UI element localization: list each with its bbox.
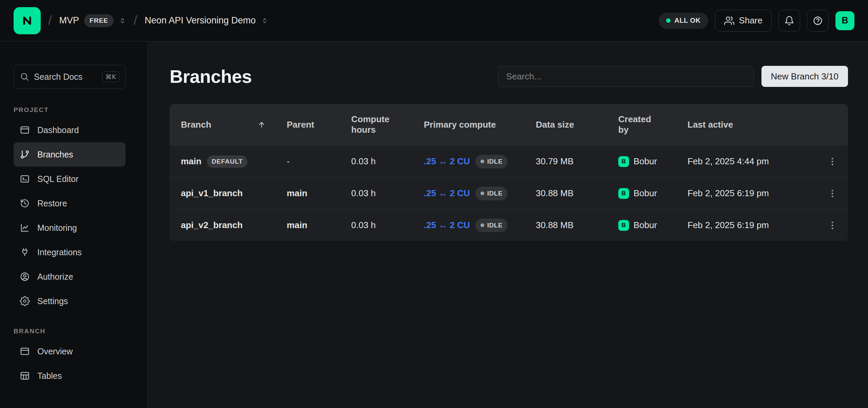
plan-badge: FREE bbox=[84, 14, 114, 27]
share-users-icon bbox=[724, 16, 734, 26]
data-size-cell: 30.88 MB bbox=[536, 188, 618, 199]
column-header-last-active: Last active bbox=[687, 119, 819, 130]
status-pill[interactable]: ALL OK bbox=[659, 13, 708, 29]
sidebar-item-restore[interactable]: Restore bbox=[14, 191, 126, 216]
row-menu-button[interactable] bbox=[825, 154, 840, 169]
sidebar-item-monitoring[interactable]: Monitoring bbox=[14, 216, 126, 240]
compute-hours-cell: 0.03 h bbox=[351, 220, 424, 230]
sidebar: Search Docs ⌘K PROJECT Dashboard Branche… bbox=[0, 41, 148, 408]
sidebar-item-branches[interactable]: Branches bbox=[14, 142, 126, 167]
branch-cell: api_v1_branch bbox=[181, 188, 287, 199]
idle-badge: IDLE bbox=[475, 187, 508, 200]
main-content: Branches New Branch 3/10 Branch Parent bbox=[148, 41, 868, 408]
search-docs-button[interactable]: Search Docs ⌘K bbox=[14, 65, 126, 89]
idle-label: IDLE bbox=[487, 190, 503, 197]
row-menu-button[interactable] bbox=[825, 186, 840, 201]
branches-table: Branch Parent Compute hours Primary comp… bbox=[170, 104, 848, 241]
sidebar-item-label: Authorize bbox=[37, 272, 73, 282]
search-docs-label: Search Docs bbox=[34, 72, 82, 82]
authorize-icon bbox=[20, 272, 30, 282]
help-button[interactable] bbox=[807, 10, 829, 32]
settings-icon bbox=[20, 296, 30, 306]
sidebar-item-overview[interactable]: Overview bbox=[14, 339, 126, 364]
parent-cell: - bbox=[287, 156, 351, 167]
top-bar-actions: ALL OK Share B bbox=[659, 10, 854, 32]
section-label-project: PROJECT bbox=[14, 106, 147, 114]
row-menu-button[interactable] bbox=[825, 218, 840, 233]
org-name: MVP bbox=[59, 15, 79, 26]
project-selector-chevrons-icon[interactable] bbox=[261, 17, 268, 24]
default-badge: DEFAULT bbox=[207, 155, 248, 168]
idle-label: IDLE bbox=[487, 222, 503, 229]
created-by-cell: B Bobur bbox=[618, 156, 687, 167]
data-size-cell: 30.88 MB bbox=[536, 220, 618, 230]
sql-editor-icon bbox=[20, 174, 30, 184]
bell-icon bbox=[784, 16, 794, 26]
creator-name: Bobur bbox=[634, 188, 657, 199]
parent-cell: main bbox=[287, 188, 351, 199]
creator-avatar: B bbox=[618, 220, 629, 231]
page-actions: New Branch 3/10 bbox=[498, 66, 848, 87]
help-icon bbox=[813, 16, 823, 26]
sidebar-item-integrations[interactable]: Integrations bbox=[14, 240, 126, 264]
sidebar-item-settings[interactable]: Settings bbox=[14, 289, 126, 313]
primary-compute-cell: .25 ↔ 2 CU IDLE bbox=[424, 187, 536, 200]
row-actions-cell bbox=[819, 218, 840, 233]
sidebar-item-label: Dashboard bbox=[37, 125, 79, 135]
idle-dot bbox=[480, 160, 484, 163]
idle-badge: IDLE bbox=[475, 155, 508, 168]
project-nav: Dashboard Branches SQL Editor bbox=[14, 118, 147, 313]
status-label: ALL OK bbox=[675, 17, 701, 24]
creator-avatar: B bbox=[618, 188, 629, 199]
kebab-menu-icon bbox=[827, 156, 837, 167]
branch-name[interactable]: main bbox=[181, 156, 202, 167]
breadcrumb-org[interactable]: MVP FREE bbox=[59, 14, 126, 27]
app-root: / MVP FREE / Neon API Versioning Demo AL… bbox=[0, 0, 868, 408]
table-row-api-v2[interactable]: api_v2_branch main 0.03 h .25 ↔ 2 CU IDL… bbox=[170, 209, 848, 241]
sidebar-item-label: Overview bbox=[37, 347, 73, 356]
parent-cell: main bbox=[287, 220, 351, 230]
section-label-branch: BRANCH bbox=[14, 328, 147, 335]
branch-name[interactable]: api_v2_branch bbox=[181, 220, 243, 230]
table-row-main[interactable]: main DEFAULT - 0.03 h .25 ↔ 2 CU IDLE 30… bbox=[170, 145, 848, 177]
primary-compute-link[interactable]: .25 ↔ 2 CU bbox=[424, 220, 470, 230]
sidebar-item-tables[interactable]: Tables bbox=[14, 364, 126, 388]
sidebar-item-sql-editor[interactable]: SQL Editor bbox=[14, 167, 126, 191]
dashboard-icon bbox=[20, 125, 30, 135]
row-actions-cell bbox=[819, 186, 840, 201]
shell: Search Docs ⌘K PROJECT Dashboard Branche… bbox=[0, 41, 868, 408]
sidebar-item-label: Branches bbox=[37, 150, 73, 160]
table-header-row: Branch Parent Compute hours Primary comp… bbox=[170, 104, 848, 145]
notifications-button[interactable] bbox=[778, 10, 800, 32]
created-by-cell: B Bobur bbox=[618, 220, 687, 231]
branch-search-input[interactable] bbox=[498, 66, 754, 87]
branch-name[interactable]: api_v1_branch bbox=[181, 188, 243, 199]
share-button[interactable]: Share bbox=[715, 10, 772, 32]
idle-dot bbox=[480, 191, 484, 195]
sidebar-item-dashboard[interactable]: Dashboard bbox=[14, 118, 126, 142]
row-actions-cell bbox=[819, 154, 840, 169]
sidebar-item-label: Settings bbox=[37, 296, 68, 306]
new-branch-button[interactable]: New Branch 3/10 bbox=[761, 66, 848, 87]
share-label: Share bbox=[739, 15, 762, 26]
neon-logo[interactable] bbox=[14, 7, 41, 34]
sort-asc-icon[interactable] bbox=[257, 120, 266, 129]
breadcrumb-project[interactable]: Neon API Versioning Demo bbox=[145, 15, 268, 26]
org-selector-chevrons-icon[interactable] bbox=[119, 17, 126, 24]
branch-cell: api_v2_branch bbox=[181, 220, 287, 230]
column-header-branch[interactable]: Branch bbox=[181, 119, 287, 130]
breadcrumb: / MVP FREE / Neon API Versioning Demo bbox=[14, 7, 268, 34]
column-header-created-by: Created by bbox=[618, 114, 687, 135]
table-row-api-v1[interactable]: api_v1_branch main 0.03 h .25 ↔ 2 CU IDL… bbox=[170, 177, 848, 209]
column-header-compute-hours: Compute hours bbox=[351, 114, 424, 135]
branch-cell: main DEFAULT bbox=[181, 155, 287, 168]
user-avatar[interactable]: B bbox=[835, 11, 854, 30]
primary-compute-link[interactable]: .25 ↔ 2 CU bbox=[424, 188, 470, 199]
search-shortcut-badge: ⌘K bbox=[102, 71, 119, 82]
sidebar-item-label: Integrations bbox=[37, 247, 82, 257]
breadcrumb-divider: / bbox=[134, 13, 137, 28]
primary-compute-link[interactable]: .25 ↔ 2 CU bbox=[424, 156, 470, 167]
tables-icon bbox=[20, 371, 30, 381]
sidebar-item-authorize[interactable]: Authorize bbox=[14, 264, 126, 289]
last-active-cell: Feb 2, 2025 6:19 pm bbox=[687, 188, 819, 199]
